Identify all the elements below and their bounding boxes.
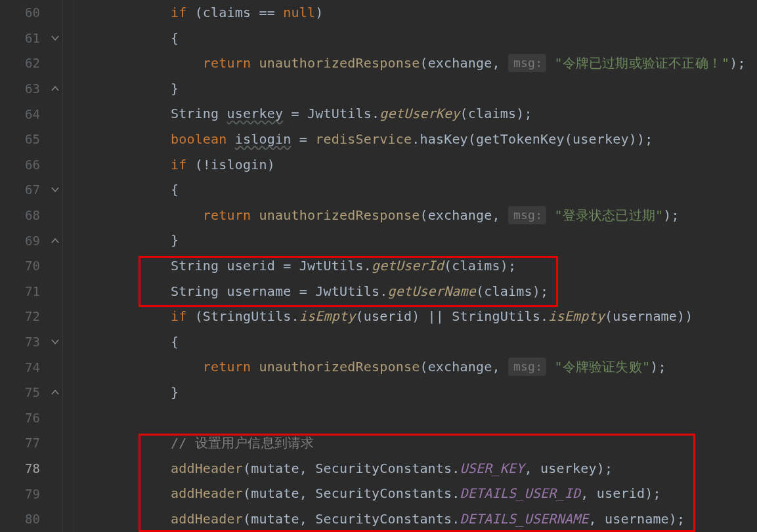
code-content[interactable]: } xyxy=(74,228,757,253)
line-number[interactable]: 79 xyxy=(0,487,62,501)
code-line[interactable]: 70 String userid = JwtUtils.getUserId(cl… xyxy=(0,253,757,279)
code-content[interactable]: } xyxy=(74,380,757,405)
code-line[interactable]: 62 return unauthorizedResponse(exchange,… xyxy=(0,51,757,76)
code-line[interactable]: 63 } xyxy=(0,76,757,102)
line-number[interactable]: 73 xyxy=(0,335,62,349)
code-line[interactable]: 72 if (StringUtils.isEmpty(userid) || St… xyxy=(0,304,757,329)
code-line[interactable]: 78 addHeader(mutate, SecurityConstants.U… xyxy=(0,456,757,481)
line-number[interactable]: 77 xyxy=(0,436,62,450)
code-line[interactable]: 60 if (claims == null) xyxy=(0,0,757,26)
fold-close-icon[interactable] xyxy=(51,84,60,93)
gutter-separator xyxy=(62,0,63,532)
line-number[interactable]: 64 xyxy=(0,107,62,121)
code-line[interactable]: 75 } xyxy=(0,380,757,405)
line-number[interactable]: 76 xyxy=(0,411,62,425)
code-line[interactable]: 64 String userkey = JwtUtils.getUserKey(… xyxy=(0,101,757,127)
code-content[interactable]: String userkey = JwtUtils.getUserKey(cla… xyxy=(74,101,757,127)
code-line[interactable]: 65 boolean islogin = redisService.hasKey… xyxy=(0,127,757,152)
code-content[interactable]: addHeader(mutate, SecurityConstants.DETA… xyxy=(74,481,757,506)
line-number[interactable]: 70 xyxy=(0,258,62,273)
code-line[interactable]: 71 String username = JwtUtils.getUserNam… xyxy=(0,279,757,304)
code-line[interactable]: 61 { xyxy=(0,26,757,51)
code-line[interactable]: 79 addHeader(mutate, SecurityConstants.D… xyxy=(0,481,757,506)
code-content[interactable]: { xyxy=(74,177,757,203)
code-content[interactable]: if (claims == null) xyxy=(74,0,757,26)
code-content[interactable]: return unauthorizedResponse(exchange, ms… xyxy=(74,203,757,228)
line-number[interactable]: 75 xyxy=(0,385,62,399)
code-content[interactable]: boolean islogin = redisService.hasKey(ge… xyxy=(74,127,757,152)
code-content[interactable]: return unauthorizedResponse(exchange, ms… xyxy=(74,354,757,380)
code-line[interactable]: 68 return unauthorizedResponse(exchange,… xyxy=(0,203,757,228)
code-line[interactable]: 76 xyxy=(0,405,757,431)
fold-open-icon[interactable] xyxy=(51,185,60,194)
code-editor[interactable]: 60 if (claims == null)61 {62 return unau… xyxy=(0,0,757,532)
code-line[interactable]: 73 { xyxy=(0,329,757,355)
code-content[interactable]: if (!islogin) xyxy=(74,152,757,178)
code-content[interactable]: // 设置用户信息到请求 xyxy=(74,430,757,456)
line-number[interactable]: 78 xyxy=(0,461,62,476)
code-line[interactable]: 80 addHeader(mutate, SecurityConstants.D… xyxy=(0,506,757,532)
code-content[interactable]: { xyxy=(74,26,757,51)
line-number[interactable]: 68 xyxy=(0,208,62,222)
gutter-separator-2 xyxy=(74,0,74,532)
fold-open-icon[interactable] xyxy=(51,337,60,346)
code-content[interactable]: } xyxy=(74,76,757,102)
line-number[interactable]: 60 xyxy=(0,5,62,20)
code-content[interactable]: addHeader(mutate, SecurityConstants.USER… xyxy=(74,456,757,481)
code-line[interactable]: 77 // 设置用户信息到请求 xyxy=(0,430,757,456)
code-line[interactable]: 67 { xyxy=(0,177,757,203)
code-content[interactable]: { xyxy=(74,329,757,355)
fold-open-icon[interactable] xyxy=(51,33,60,43)
line-number[interactable]: 65 xyxy=(0,132,62,146)
fold-close-icon[interactable] xyxy=(51,236,60,245)
code-content[interactable]: if (StringUtils.isEmpty(userid) || Strin… xyxy=(74,304,757,329)
line-number[interactable]: 80 xyxy=(0,512,62,526)
line-number[interactable]: 74 xyxy=(0,360,62,375)
fold-close-icon[interactable] xyxy=(51,388,60,397)
line-number[interactable]: 71 xyxy=(0,284,62,298)
line-number[interactable]: 62 xyxy=(0,56,62,70)
parameter-hint: msg: xyxy=(508,54,546,72)
code-line[interactable]: 74 return unauthorizedResponse(exchange,… xyxy=(0,354,757,380)
line-number[interactable]: 63 xyxy=(0,81,62,96)
line-number[interactable]: 66 xyxy=(0,157,62,172)
line-number[interactable]: 61 xyxy=(0,31,62,45)
line-number[interactable]: 67 xyxy=(0,182,62,197)
code-line[interactable]: 69 } xyxy=(0,228,757,253)
parameter-hint: msg: xyxy=(508,358,546,376)
line-number[interactable]: 72 xyxy=(0,309,62,323)
code-line[interactable]: 66 if (!islogin) xyxy=(0,152,757,178)
code-content[interactable]: String username = JwtUtils.getUserName(c… xyxy=(74,279,757,304)
code-content[interactable]: addHeader(mutate, SecurityConstants.DETA… xyxy=(74,506,757,532)
parameter-hint: msg: xyxy=(508,206,546,224)
line-number[interactable]: 69 xyxy=(0,234,62,248)
code-content[interactable]: String userid = JwtUtils.getUserId(claim… xyxy=(74,253,757,279)
code-content[interactable]: return unauthorizedResponse(exchange, ms… xyxy=(74,51,757,76)
